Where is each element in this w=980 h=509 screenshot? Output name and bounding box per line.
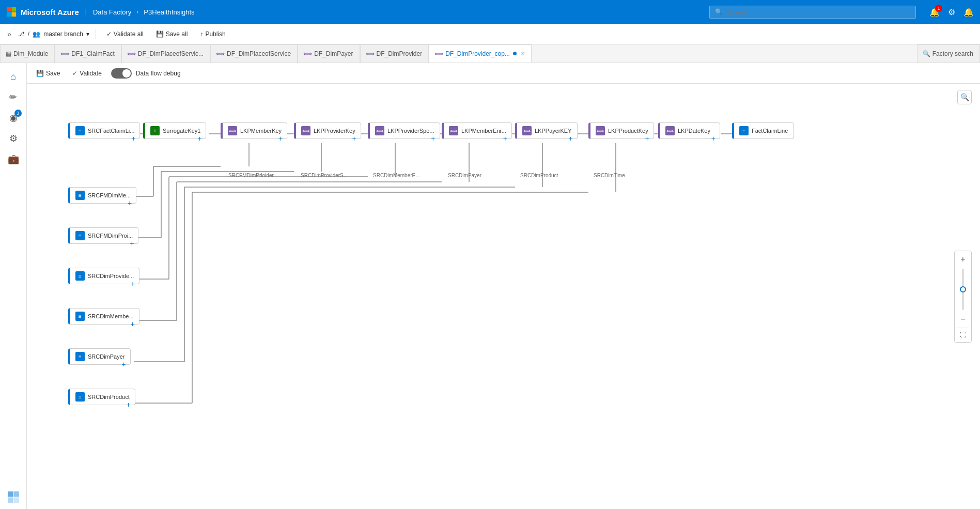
settings-icon[interactable]: ⚙: [948, 7, 955, 17]
debug-toggle-container[interactable]: Data flow debug: [111, 68, 181, 79]
azure-logo: [7, 491, 20, 505]
tab-df-dimplaceofserv1[interactable]: ⟺ DF_DimPlaceofServic...: [121, 44, 210, 63]
lkp-provider-key-plus[interactable]: +: [352, 134, 356, 143]
node-lkp-provider-key[interactable]: ⟺ LKPProviderKey +: [294, 122, 361, 139]
lkp-provider-spe-icon: ⟺: [375, 126, 384, 135]
validate-btn[interactable]: ✓ Validate: [69, 68, 104, 79]
canvas-search-icon[interactable]: 🔍: [957, 90, 972, 104]
save-all-btn[interactable]: 💾 Save all: [152, 28, 192, 40]
svg-rect-3: [11, 12, 16, 17]
conn-label-srcdim-payer: SRCDimPayer: [448, 173, 481, 178]
sidebar-item-home[interactable]: ⌂: [4, 67, 23, 86]
sidebar-item-briefcase[interactable]: 💼: [4, 150, 23, 168]
validate-all-btn[interactable]: ✓ Validate all: [102, 28, 148, 40]
tab-df-dimprovider-cop[interactable]: ⟺ DF_DimProvider_cop... ✕: [429, 44, 532, 63]
node-lkp-provider-spe[interactable]: ⟺ LKPProviderSpe... +: [368, 122, 440, 139]
debug-toggle-switch[interactable]: [111, 68, 132, 79]
tab-place2-icon: ⟺: [216, 50, 225, 57]
zoom-slider-thumb[interactable]: [960, 286, 966, 292]
node-src-fact-claim[interactable]: ≡ SRCFactClaimLi... +: [68, 122, 140, 139]
search-bar[interactable]: 🔍: [709, 6, 916, 19]
breadcrumb-datafactory[interactable]: Data Factory: [93, 8, 131, 16]
node-lkp-member-key[interactable]: ⟺ LKPMemberKey +: [221, 122, 287, 139]
src-fm-dim-me-plus[interactable]: +: [128, 199, 132, 207]
topbar: Microsoft Azure | Data Factory › P3Healt…: [0, 0, 980, 24]
zoom-out-btn[interactable]: −: [957, 313, 969, 326]
zoom-in-btn[interactable]: +: [957, 253, 969, 266]
collapse-btn[interactable]: »: [5, 28, 13, 40]
branch-dropdown-icon[interactable]: ▾: [86, 30, 89, 38]
svg-rect-7: [13, 498, 19, 503]
node-src-dim-payer[interactable]: ≡ SRCDimPayer +: [68, 348, 131, 365]
search-icon: 🔍: [715, 8, 723, 16]
tab-df1-icon: ⟺: [60, 50, 69, 57]
node-src-fm-dim-proi[interactable]: ≡ SRCFMDimProi... +: [68, 227, 138, 244]
node-lkp-date-key[interactable]: ⟺ LKPDateKey +: [658, 122, 720, 139]
factory-search-tab[interactable]: 🔍 Factory search: [917, 44, 980, 63]
publish-btn[interactable]: ↑ Publish: [196, 28, 229, 40]
search-input[interactable]: [726, 8, 910, 16]
validate-btn-label: Validate: [80, 70, 101, 77]
src-dim-product-plus[interactable]: +: [127, 400, 131, 409]
src-dim-membe-icon: ≡: [75, 312, 85, 321]
fact-claim-line-icon: ≡: [739, 126, 749, 135]
tab-place1-icon: ⟺: [127, 50, 136, 57]
tab-provider-cop-icon: ⟺: [434, 50, 443, 57]
toolbar-divider1: [96, 29, 96, 39]
tab-df-dimprovider[interactable]: ⟺ DF_DimProvider: [360, 44, 429, 63]
node-surrogate-key1[interactable]: + SurrogateKey1 +: [143, 122, 206, 139]
svg-rect-5: [13, 491, 19, 497]
branch-name[interactable]: master branch: [43, 30, 83, 38]
tab-df1-claimfact[interactable]: ⟺ DF1_ClaimFact: [55, 44, 121, 63]
node-src-fm-dim-me[interactable]: ≡ SRCFMDimMe... +: [68, 187, 136, 204]
git-icon: ⎇: [18, 30, 25, 38]
surrogate-key1-icon: +: [150, 126, 160, 135]
factory-search-label: Factory search: [932, 50, 973, 57]
fit-screen-btn[interactable]: ⛶: [957, 328, 969, 340]
node-src-dim-membe[interactable]: ≡ SRCDimMembe... +: [68, 308, 139, 325]
lkp-member-enr-plus[interactable]: +: [503, 134, 507, 143]
lkp-product-key-plus[interactable]: +: [645, 134, 649, 143]
node-lkp-member-enr[interactable]: ⟺ LKPMemberEnr... +: [442, 122, 512, 139]
lkp-member-key-plus[interactable]: +: [278, 134, 283, 143]
src-fm-dim-me-label: SRCFMDimMe...: [88, 192, 131, 198]
lkp-payer-key-plus[interactable]: +: [568, 134, 572, 143]
src-fm-dim-proi-icon: ≡: [75, 231, 85, 240]
alerts-icon[interactable]: 🔔: [963, 7, 974, 17]
canvas[interactable]: ≡ SRCFactClaimLi... + + SurrogateKey1 + …: [27, 84, 980, 509]
brand-logo: Microsoft Azure: [6, 7, 79, 17]
src-dim-payer-plus[interactable]: +: [121, 360, 126, 368]
node-fact-claim-line[interactable]: ≡ FactClaimLine: [732, 122, 794, 139]
tab-dim-module[interactable]: ▦ Dim_Module: [0, 44, 55, 63]
save-btn[interactable]: 💾 Save: [33, 68, 63, 79]
lkp-provider-key-icon: ⟺: [301, 126, 310, 135]
src-fact-claim-plus[interactable]: +: [131, 134, 135, 143]
node-lkp-product-key[interactable]: ⟺ LKPProductKey +: [588, 122, 654, 139]
node-lkp-payer-key[interactable]: ⟺ LKPPayerKEY +: [515, 122, 578, 139]
save-icon: 💾: [156, 30, 164, 38]
tab-payer-icon: ⟺: [303, 50, 312, 57]
sidebar-item-edit[interactable]: ✏: [4, 88, 23, 106]
tab-df-dimpayer[interactable]: ⟺ DF_DimPayer: [298, 44, 360, 63]
src-dim-provide-plus[interactable]: +: [131, 280, 135, 288]
surrogate-key1-plus[interactable]: +: [197, 134, 201, 143]
src-fm-dim-proi-plus[interactable]: +: [130, 239, 134, 248]
zoom-slider-track[interactable]: [962, 269, 964, 310]
lkp-provider-spe-plus[interactable]: +: [431, 134, 435, 143]
sidebar-item-monitor[interactable]: ◉ 3: [4, 109, 23, 127]
tab-close-btn[interactable]: ✕: [521, 51, 525, 56]
tab-df-dimplaceofservice[interactable]: ⟺ DF_DimPlaceofService: [210, 44, 298, 63]
conn-label-srcdim-providers: SRCDimProviderS...: [301, 173, 348, 178]
conn-label-srcdim-product: SRCDimProduct: [520, 173, 558, 178]
lkp-date-key-plus[interactable]: +: [711, 134, 715, 143]
node-src-dim-provide[interactable]: ≡ SRCDimProvide... +: [68, 268, 139, 284]
notifications-icon[interactable]: 🔔1: [929, 7, 940, 17]
breadcrumb-p3health[interactable]: P3HealthInsights: [144, 8, 194, 16]
src-dim-membe-plus[interactable]: +: [130, 320, 134, 328]
node-src-dim-product[interactable]: ≡ SRCDimProduct +: [68, 389, 135, 405]
conn-label-srcdim-membere: SRCDimMemberE...: [373, 173, 420, 178]
sidebar-item-manage[interactable]: ⚙: [4, 129, 23, 148]
src-dim-payer-label: SRCDimPayer: [88, 353, 125, 360]
validate-btn-icon: ✓: [72, 70, 77, 77]
lkp-date-key-label: LKPDateKey: [678, 128, 710, 134]
